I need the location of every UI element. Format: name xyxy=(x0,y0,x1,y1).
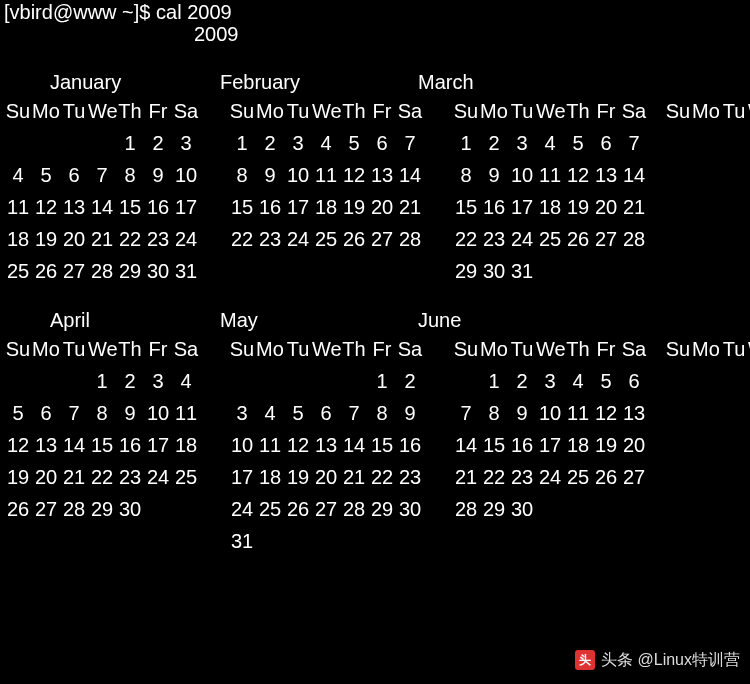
terminal-prompt: [vbird@www ~]$ cal 2009 xyxy=(4,2,746,22)
cal-cell: 29 xyxy=(452,258,480,284)
cal-cell: 5 xyxy=(592,368,620,394)
cal-cell: Fr xyxy=(592,336,620,362)
cal-cell: Th xyxy=(564,336,592,362)
cal-cell: Su xyxy=(228,98,256,124)
cal-cell xyxy=(452,528,480,554)
cal-cell: 3 xyxy=(172,130,200,156)
cal-cell: Mo xyxy=(692,336,720,362)
cal-cell xyxy=(88,528,116,554)
cal-cell: 8 xyxy=(368,400,396,426)
cal-cell xyxy=(256,368,284,394)
cal-cell: 17 xyxy=(284,194,312,220)
cal-cell xyxy=(340,258,368,284)
cal-cell: 26 xyxy=(592,464,620,490)
cal-cell: 28 xyxy=(88,258,116,284)
cal-cell: 30 xyxy=(396,496,424,522)
cal-cell: Sa xyxy=(620,98,648,124)
cal-cell: 31 xyxy=(172,258,200,284)
cal-cell: We xyxy=(536,98,564,124)
cal-cell: Mo xyxy=(692,98,720,124)
cal-cell: 6 xyxy=(620,368,648,394)
cal-cell xyxy=(564,528,592,554)
cal-cell: 21 xyxy=(396,194,424,220)
cal-cell: Th xyxy=(340,98,368,124)
cal-cell: 6 xyxy=(312,400,340,426)
cal-cell: 31 xyxy=(228,528,256,554)
cal-cell: 18 xyxy=(256,464,284,490)
cal-cell: 28 xyxy=(60,496,88,522)
cal-cell: 8 xyxy=(452,162,480,188)
cal-cell: 13 xyxy=(60,194,88,220)
cal-cell: 14 xyxy=(340,432,368,458)
cal-cell: 11 xyxy=(172,400,200,426)
cal-cell: 19 xyxy=(564,194,592,220)
cal-cell: 24 xyxy=(536,464,564,490)
cal-cell: 8 xyxy=(228,162,256,188)
cal-cell xyxy=(144,496,172,522)
cal-cell: 24 xyxy=(508,226,536,252)
cal-cell: We xyxy=(88,98,116,124)
cal-cell: 10 xyxy=(172,162,200,188)
cal-cell: 15 xyxy=(452,194,480,220)
cal-cell: 24 xyxy=(284,226,312,252)
cal-cell: 12 xyxy=(284,432,312,458)
cal-cell: 19 xyxy=(284,464,312,490)
cal-cell xyxy=(396,528,424,554)
cal-cell: 7 xyxy=(396,130,424,156)
cal-cell: 4 xyxy=(312,130,340,156)
cal-cell: Th xyxy=(116,336,144,362)
cal-cell: 22 xyxy=(480,464,508,490)
cal-cell: 23 xyxy=(396,464,424,490)
cal-cell xyxy=(60,368,88,394)
cal-cell: 20 xyxy=(368,194,396,220)
cal-cell: 10 xyxy=(508,162,536,188)
cal-cell: 16 xyxy=(396,432,424,458)
cal-cell: 26 xyxy=(340,226,368,252)
cal-cell: 8 xyxy=(116,162,144,188)
cal-cell: Su xyxy=(664,336,692,362)
cal-cell: 21 xyxy=(620,194,648,220)
cal-cell: 25 xyxy=(256,496,284,522)
cal-cell: Tu xyxy=(508,336,536,362)
cal-cell: 20 xyxy=(60,226,88,252)
cal-cell xyxy=(60,130,88,156)
cal-cell: 13 xyxy=(620,400,648,426)
cal-cell: 14 xyxy=(452,432,480,458)
cal-cell: 10 xyxy=(228,432,256,458)
cal-cell: Su xyxy=(452,98,480,124)
cal-cell: 12 xyxy=(340,162,368,188)
cal-cell: 17 xyxy=(536,432,564,458)
cal-cell: Sa xyxy=(172,336,200,362)
watermark-icon: 头 xyxy=(575,650,595,670)
cal-cell xyxy=(172,528,200,554)
cal-cell: 24 xyxy=(144,464,172,490)
cal-cell: Tu xyxy=(60,98,88,124)
cal-cell: 20 xyxy=(32,464,60,490)
cal-cell: 6 xyxy=(368,130,396,156)
calendar-output: JanuaryFebruaryMarchSuMoTuWeThFrSaSuMoTu… xyxy=(4,72,746,554)
cal-cell: 27 xyxy=(60,258,88,284)
cal-cell: 22 xyxy=(88,464,116,490)
cal-cell: Fr xyxy=(368,336,396,362)
cal-cell: Th xyxy=(564,98,592,124)
cal-cell: 2 xyxy=(256,130,284,156)
cal-cell: 17 xyxy=(144,432,172,458)
cal-cell: Su xyxy=(228,336,256,362)
cal-cell: 18 xyxy=(536,194,564,220)
cal-cell xyxy=(620,496,648,522)
cal-cell: 11 xyxy=(564,400,592,426)
cal-cell: 15 xyxy=(88,432,116,458)
cal-cell: Mo xyxy=(256,336,284,362)
cal-cell: 23 xyxy=(256,226,284,252)
cal-cell: 7 xyxy=(452,400,480,426)
cal-cell: We xyxy=(88,336,116,362)
cal-cell: 13 xyxy=(312,432,340,458)
cal-cell xyxy=(4,368,32,394)
cal-cell: 4 xyxy=(4,162,32,188)
cal-cell: 4 xyxy=(536,130,564,156)
cal-cell: 15 xyxy=(116,194,144,220)
cal-cell: 17 xyxy=(228,464,256,490)
cal-cell: Fr xyxy=(592,98,620,124)
cal-cell: Mo xyxy=(32,98,60,124)
cal-cell: 18 xyxy=(4,226,32,252)
